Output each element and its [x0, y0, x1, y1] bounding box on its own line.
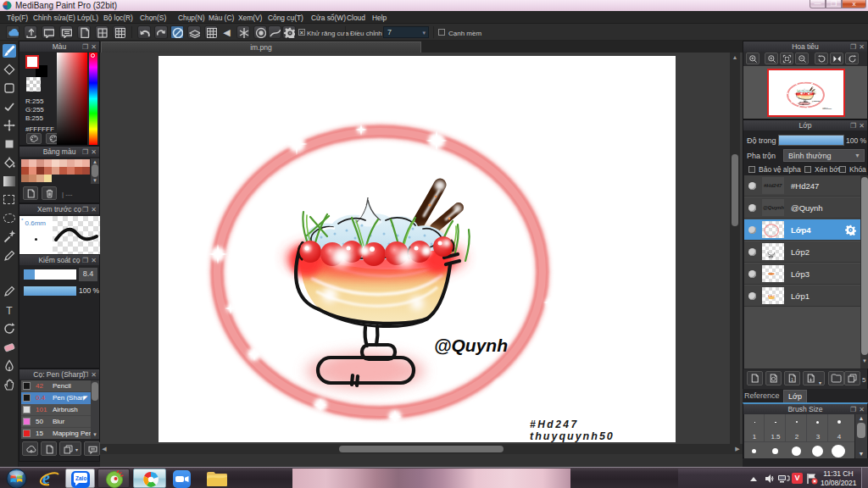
svg-text:#Hd247: #Hd247 — [764, 183, 782, 188]
svg-text:@Quynh: @Quynh — [763, 205, 784, 210]
svg-text:1: 1 — [791, 377, 793, 382]
svg-text:Zalo: Zalo — [75, 475, 86, 481]
